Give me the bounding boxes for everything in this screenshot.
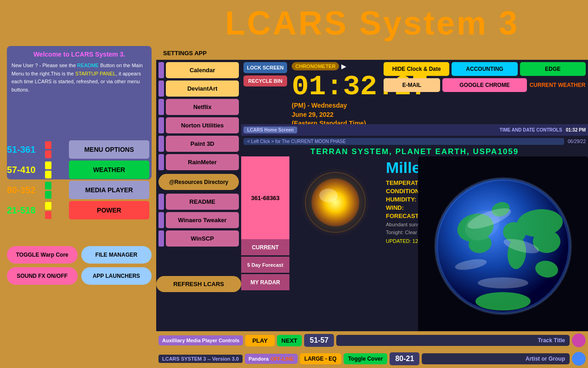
- rainmeter-marker: [158, 154, 164, 170]
- hide-clock-button[interactable]: HIDE Clock & Date: [384, 62, 449, 76]
- pandora-label: Pandora: [249, 356, 269, 362]
- left-panel: Welcome to LCARS System 3. New User ? - …: [0, 0, 154, 368]
- badge-bar-2b: [45, 171, 51, 178]
- startup-highlight: STARTUP PANEL: [75, 71, 116, 76]
- calendar-marker: [158, 62, 164, 78]
- deviantart-container: DeviantArt: [158, 80, 239, 97]
- track-numbers-display: 51-57: [304, 334, 334, 347]
- email-button[interactable]: E-MAIL: [384, 78, 440, 92]
- app-launchers-button[interactable]: APP LAUNCHERS: [81, 267, 152, 285]
- track-numbers2-display: 80-21: [390, 352, 419, 365]
- track-title-area: Track Title: [336, 335, 570, 346]
- media-player-button[interactable]: MEDIA PLAYER: [69, 181, 149, 199]
- winscp-marker: [158, 230, 164, 247]
- deviantart-marker: [158, 80, 164, 97]
- my-radar-button[interactable]: MY RADAR: [241, 274, 289, 290]
- rainmeter-container: RainMeter: [158, 154, 239, 170]
- toggle-cover-button[interactable]: Toggle Cover: [344, 353, 388, 364]
- moon-phase-bar: < Left Click > for The CURRENT MOON PHAS…: [241, 136, 588, 147]
- readme-button[interactable]: README: [166, 194, 239, 210]
- five-day-forecast-button[interactable]: 5 Day Forecast: [241, 257, 289, 273]
- recycle-bin-button[interactable]: RECYCLE BIN: [243, 75, 287, 86]
- sound-fx-button[interactable]: SOUND FX ON/OFF: [7, 267, 78, 285]
- earth-icon: [430, 172, 577, 320]
- badge-row-1: 51-361: [7, 140, 69, 159]
- svg-point-5: [311, 178, 359, 226]
- norton-marker: [158, 117, 164, 133]
- lcars-home-bar: LCARS Home Screen TIME AND DATE CONTROLS…: [241, 124, 588, 136]
- sun-icon: [299, 166, 372, 239]
- next-button[interactable]: NEXT: [277, 335, 302, 346]
- paint3d-container: Paint 3D: [158, 136, 239, 152]
- title-bar: LCARS System 3: [156, 0, 588, 46]
- media-controls-label: Auxilliary Media Player Controls: [158, 335, 243, 345]
- startup-panel-title: Welcome to LCARS System 3.: [11, 51, 147, 58]
- badge-number-3: 80-352: [7, 185, 44, 196]
- earth-globe-area: [418, 156, 588, 336]
- badge-bar-1a: [45, 141, 51, 149]
- netflix-button[interactable]: Netflix: [166, 99, 239, 115]
- bottom-bar: Auxilliary Media Player Controls PLAY NE…: [156, 331, 588, 368]
- lcars-home-screen-button[interactable]: LCARS Home Screen: [243, 126, 297, 133]
- current-weather-button[interactable]: CURRENT: [241, 239, 289, 255]
- moon-date: 06/29/22: [568, 139, 586, 144]
- time-date-controls-label: TIME AND DATE CONTROLS: [301, 127, 562, 132]
- lock-screen-button[interactable]: LOCK SCREEN: [243, 62, 287, 73]
- settings-app-button[interactable]: SETTINGS APP: [156, 46, 214, 60]
- current-time-display: 01:32 PM: [566, 127, 586, 132]
- weather-number: 361-68363: [251, 195, 279, 201]
- edge-button[interactable]: EDGE: [520, 62, 586, 76]
- button-row-2: SOUND FX ON/OFF APP LAUNCHERS: [7, 267, 152, 285]
- readme-highlight: README: [77, 63, 99, 68]
- bottom-bar-row1: Auxilliary Media Player Controls PLAY NE…: [156, 331, 588, 350]
- weather-button[interactable]: WEATHER: [69, 161, 149, 179]
- file-manager-button[interactable]: FILE MANAGER: [81, 246, 152, 264]
- main-title: LCARS System 3: [225, 4, 519, 42]
- bottom-left-buttons-container: TOGGLE Warp Core FILE MANAGER SOUND FX O…: [7, 246, 152, 288]
- sun-display-area: [289, 156, 381, 248]
- current-weather-label: CURRENT WEATHER: [529, 82, 586, 88]
- paint3d-button[interactable]: Paint 3D: [166, 136, 239, 152]
- utility-buttons-area: HIDE Clock & Date ACCOUNTING EDGE E-MAIL…: [384, 62, 586, 92]
- clock-date: June 29, 2022: [292, 110, 434, 120]
- button-row-1: TOGGLE Warp Core FILE MANAGER: [7, 246, 152, 264]
- badge-number-4: 21-518: [7, 205, 44, 216]
- deviantart-button[interactable]: DeviantArt: [166, 80, 239, 97]
- svg-point-23: [478, 277, 528, 288]
- winaero-container: Winaero Tweaker: [158, 212, 239, 228]
- norton-utilities-button[interactable]: Norton Utilities: [166, 117, 239, 133]
- large-eq-button[interactable]: LARGE - EQ: [300, 353, 341, 364]
- winaero-marker: [158, 212, 164, 228]
- weather-side-buttons: CURRENT 5 Day Forecast MY RADAR: [241, 239, 289, 290]
- badge-bar-3a: [45, 182, 51, 190]
- winaero-tweaker-button[interactable]: Winaero Tweaker: [166, 212, 239, 228]
- google-chrome-button[interactable]: GOOGLE CHROME: [442, 78, 527, 92]
- calendar-container: Calendar: [158, 62, 239, 78]
- center-panel: LOCK SCREEN RECYCLE BIN CHRONOMETER ▶ 01…: [241, 60, 588, 331]
- refresh-lcars-button[interactable]: REFRESH LCARS: [156, 276, 241, 292]
- utility-row-2: E-MAIL GOOGLE CHROME CURRENT WEATHER: [384, 78, 586, 92]
- svg-point-6: [319, 189, 338, 202]
- apps-sidebar: Calendar DeviantArt Netflix Norton Utili…: [156, 60, 241, 331]
- badge-bar-1b: [45, 150, 51, 158]
- winscp-container: WinSCP: [158, 230, 239, 247]
- winscp-button[interactable]: WinSCP: [166, 230, 239, 247]
- accounting-button[interactable]: ACCOUNTING: [452, 62, 517, 76]
- play-button[interactable]: PLAY: [245, 335, 274, 346]
- chronometer-label: CHRONOMETER: [292, 62, 339, 70]
- moon-phase-button[interactable]: < Left Click > for The CURRENT MOON PHAS…: [243, 138, 564, 145]
- main-content: SETTINGS APP Calendar DeviantArt Netflix…: [156, 46, 588, 368]
- netflix-marker: [158, 99, 164, 115]
- resources-button[interactable]: @Resources Directory: [158, 174, 239, 190]
- netflix-container: Netflix: [158, 99, 239, 115]
- toggle-warp-core-button[interactable]: TOGGLE Warp Core: [7, 246, 78, 264]
- rainmeter-button[interactable]: RainMeter: [166, 154, 239, 170]
- menu-options-button[interactable]: MENU OPTIONS: [69, 140, 149, 159]
- paint3d-marker: [158, 136, 164, 152]
- badge-number-2: 57-410: [7, 165, 44, 175]
- weather-panel-number: 361-68363: [241, 156, 289, 239]
- badge-row-4: 21-518: [7, 201, 69, 219]
- power-button[interactable]: POWER: [69, 201, 149, 219]
- calendar-button[interactable]: Calendar: [166, 62, 239, 78]
- lock-recycle-container: LOCK SCREEN RECYCLE BIN: [241, 60, 289, 89]
